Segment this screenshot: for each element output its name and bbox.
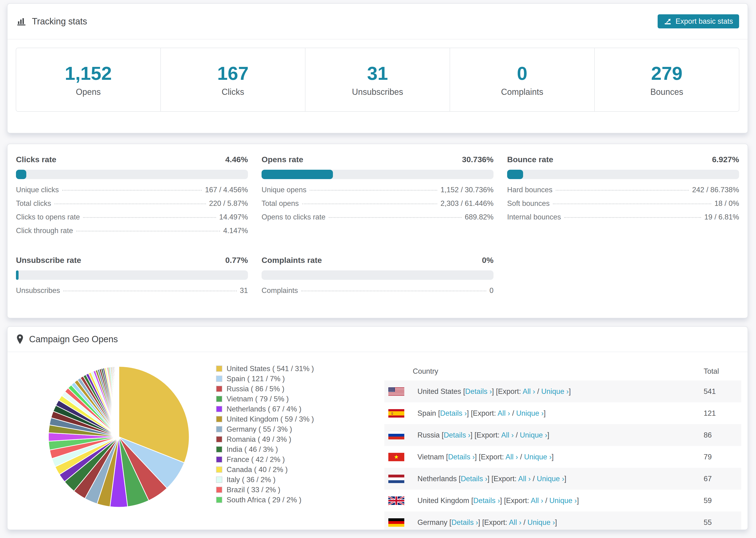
rate-panel-bounce-rate: Bounce rate6.927%Hard bounces242 / 86.73… — [507, 155, 739, 240]
details-link[interactable]: Details › — [444, 431, 470, 439]
pie-legend: United States ( 541 / 31% )Spain ( 121 /… — [216, 364, 314, 505]
rate-panel-head: Clicks rate4.46% — [16, 155, 248, 164]
stat-label: Clicks — [222, 87, 244, 97]
rate-detail-label: Clicks to opens rate — [16, 213, 80, 221]
rate-progressbar-fill — [261, 170, 333, 179]
legend-item-vietnam[interactable]: Vietnam ( 79 / 5% ) — [216, 394, 314, 404]
details-link[interactable]: Details › — [448, 453, 475, 461]
rate-detail-row: Unique clicks167 / 4.456% — [16, 186, 248, 199]
export-all-link[interactable]: All › — [498, 409, 510, 417]
rate-value: 4.46% — [225, 155, 248, 164]
rate-value: 6.927% — [712, 155, 739, 164]
rate-detail-row: Click through rate4.147% — [16, 227, 248, 240]
rate-progressbar-fill — [16, 170, 26, 179]
export-all-link[interactable]: All › — [523, 387, 535, 396]
rate-detail-rows: Unsubscribes31 — [16, 286, 248, 300]
rate-panel-head: Opens rate30.736% — [261, 155, 494, 164]
rate-detail-label: Total opens — [261, 199, 299, 208]
legend-item-netherlands[interactable]: Netherlands ( 67 / 4% ) — [216, 404, 314, 414]
pie-slice-other[interactable] — [118, 366, 119, 437]
rate-detail-row: Total clicks220 / 5.87% — [16, 199, 248, 213]
stat-cell-complaints: 0Complaints — [450, 48, 594, 111]
country-cell: Vietnam [Details ›] [Export: All › / Uni… — [417, 453, 704, 461]
legend-swatch — [216, 456, 222, 463]
details-link[interactable]: Details › — [452, 518, 478, 526]
legend-item-germany[interactable]: Germany ( 55 / 3% ) — [216, 424, 314, 434]
export-all-link[interactable]: All › — [506, 453, 518, 461]
page-title: Tracking stats — [32, 17, 87, 27]
rate-detail-label: Complaints — [261, 286, 298, 295]
details-link[interactable]: Details › — [460, 475, 487, 483]
legend-item-united-kingdom[interactable]: United Kingdom ( 59 / 3% ) — [216, 414, 314, 424]
stat-cell-clicks: 167Clicks — [160, 48, 305, 111]
dotted-leader — [310, 190, 437, 190]
legend-swatch — [216, 376, 222, 382]
legend-item-russia[interactable]: Russia ( 86 / 5% ) — [216, 384, 314, 394]
total-cell: 541 — [704, 387, 741, 396]
flag-icon-nl — [388, 474, 404, 484]
legend-swatch — [216, 396, 222, 402]
geo-title-group: Campaign Geo Opens — [16, 334, 118, 345]
legend-swatch — [216, 497, 222, 503]
legend-item-united-states[interactable]: United States ( 541 / 31% ) — [216, 364, 314, 374]
export-unique-link[interactable]: Unique › — [541, 387, 568, 396]
rate-title: Clicks rate — [16, 155, 56, 164]
export-all-link[interactable]: All › — [531, 497, 543, 505]
export-unique-link[interactable]: Unique › — [516, 409, 544, 417]
stat-value: 31 — [367, 63, 388, 84]
geo-table-header-country: Country — [384, 367, 704, 376]
details-link[interactable]: Details › — [465, 387, 492, 396]
country-cell: Netherlands [Details ›] [Export: All › /… — [417, 475, 704, 483]
rate-detail-row: Clicks to opens rate14.497% — [16, 213, 248, 227]
export-unique-link[interactable]: Unique › — [524, 453, 552, 461]
stat-cell-unsubscribes: 31Unsubscribes — [305, 48, 450, 111]
export-unique-link[interactable]: Unique › — [527, 518, 555, 526]
rate-detail-value: 689.82% — [465, 213, 494, 221]
flag-icon-de — [388, 517, 404, 527]
legend-label: Russia ( 86 / 5% ) — [227, 385, 284, 393]
export-all-link[interactable]: All › — [509, 518, 521, 526]
rate-panel-unsubscribe-rate: Unsubscribe rate0.77%Unsubscribes31 — [16, 256, 248, 300]
summary-stats-box: 1,152Opens167Clicks31Unsubscribes0Compla… — [16, 48, 739, 112]
stat-value: 167 — [217, 63, 248, 84]
legend-item-romania[interactable]: Romania ( 49 / 3% ) — [216, 434, 314, 444]
legend-item-brazil[interactable]: Brazil ( 33 / 2% ) — [216, 485, 314, 495]
rate-value: 30.736% — [462, 155, 494, 164]
flag-icon-ru — [388, 430, 404, 440]
geo-body: United States ( 541 / 31% )Spain ( 121 /… — [8, 352, 747, 530]
rate-value: 0% — [482, 256, 494, 265]
rate-detail-row: Internal bounces19 / 6.81% — [507, 213, 739, 227]
legend-item-canada[interactable]: Canada ( 40 / 2% ) — [216, 464, 314, 475]
total-cell: 59 — [704, 497, 741, 505]
flag-icon-vn — [388, 452, 404, 462]
export-all-link[interactable]: All › — [501, 431, 514, 439]
legend-item-spain[interactable]: Spain ( 121 / 7% ) — [216, 374, 314, 384]
legend-item-south-africa[interactable]: South Africa ( 29 / 2% ) — [216, 495, 314, 505]
stat-label: Unsubscribes — [352, 87, 403, 97]
total-cell: 121 — [704, 409, 741, 418]
legend-label: Canada ( 40 / 2% ) — [227, 465, 288, 474]
rate-detail-rows: Hard bounces242 / 86.738%Soft bounces18 … — [507, 186, 739, 227]
legend-label: France ( 42 / 2% ) — [227, 456, 285, 464]
legend-item-italy[interactable]: Italy ( 36 / 2% ) — [216, 475, 314, 485]
geo-section-title: Campaign Geo Opens — [29, 334, 118, 344]
legend-item-india[interactable]: India ( 46 / 3% ) — [216, 444, 314, 455]
rate-detail-value: 19 / 6.81% — [704, 213, 739, 221]
geo-opens-pie-chart[interactable] — [46, 364, 191, 509]
stat-label: Complaints — [501, 87, 543, 97]
export-unique-link[interactable]: Unique › — [549, 497, 577, 505]
export-basic-stats-button[interactable]: Export basic stats — [658, 14, 739, 28]
rate-detail-rows: Unique opens1,152 / 30.736%Total opens2,… — [261, 186, 494, 227]
export-all-link[interactable]: All › — [518, 475, 531, 483]
table-row-gb: United Kingdom [Details ›] [Export: All … — [384, 490, 741, 511]
legend-item-france[interactable]: France ( 42 / 2% ) — [216, 455, 314, 464]
rate-detail-label: Unsubscribes — [16, 286, 60, 295]
rate-progressbar — [507, 170, 739, 179]
legend-swatch — [216, 446, 222, 453]
details-link[interactable]: Details › — [440, 409, 467, 417]
details-link[interactable]: Details › — [473, 497, 500, 505]
export-unique-link[interactable]: Unique › — [520, 431, 547, 439]
export-unique-link[interactable]: Unique › — [537, 475, 564, 483]
legend-swatch — [216, 466, 222, 473]
legend-swatch — [216, 416, 222, 422]
